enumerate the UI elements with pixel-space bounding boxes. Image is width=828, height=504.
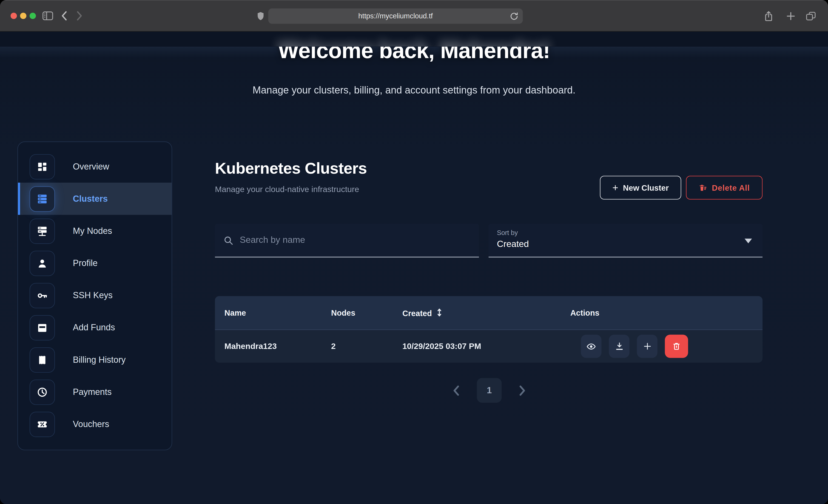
tab-overview-icon[interactable] bbox=[806, 0, 816, 32]
sidebar-item-payments[interactable]: Payments bbox=[18, 376, 172, 408]
column-header-created[interactable]: Created bbox=[402, 308, 570, 318]
download-kubeconfig-button[interactable] bbox=[609, 335, 629, 358]
receipt-icon bbox=[30, 347, 55, 372]
sidebar-toggle-icon[interactable] bbox=[42, 0, 53, 32]
search-field[interactable] bbox=[215, 224, 479, 257]
sidebar-item-label: SSH Keys bbox=[73, 290, 113, 300]
cluster-created-cell: 10/29/2025 03:07 PM bbox=[402, 342, 570, 351]
add-node-button[interactable] bbox=[637, 335, 658, 358]
sidebar: Overview Cluster bbox=[17, 141, 172, 450]
new-cluster-button[interactable]: + New Cluster bbox=[600, 176, 681, 199]
minimize-window-button[interactable] bbox=[20, 13, 27, 19]
cluster-name-cell: Mahendra123 bbox=[215, 342, 331, 351]
page-number-button[interactable]: 1 bbox=[477, 378, 502, 403]
browser-window: https://myceliumcloud.tf bbox=[0, 0, 828, 504]
sidebar-item-label: Clusters bbox=[73, 194, 108, 204]
delete-all-label: Delete All bbox=[712, 183, 750, 192]
row-actions bbox=[570, 335, 688, 358]
sidebar-item-profile[interactable]: Profile bbox=[18, 247, 172, 279]
ticket-percent-icon bbox=[30, 411, 55, 437]
clock-icon bbox=[30, 379, 55, 405]
server-stack-icon bbox=[30, 186, 55, 211]
search-input[interactable] bbox=[240, 235, 470, 246]
sidebar-item-label: Payments bbox=[73, 387, 112, 397]
sort-label: Sort by bbox=[497, 229, 754, 237]
table-header-row: Name Nodes Created Actions bbox=[215, 296, 762, 330]
page-title-ghost: Welcome back, Mahendra! bbox=[0, 37, 828, 47]
sidebar-item-label: Add Funds bbox=[73, 323, 115, 333]
search-icon bbox=[223, 235, 234, 245]
sidebar-item-overview[interactable]: Overview bbox=[18, 151, 172, 183]
next-page-button[interactable] bbox=[515, 381, 530, 401]
new-cluster-label: New Cluster bbox=[623, 183, 669, 192]
server-network-icon bbox=[30, 218, 55, 244]
sidebar-item-vouchers[interactable]: Vouchers bbox=[18, 408, 172, 440]
sidebar-item-billing-history[interactable]: Billing History bbox=[18, 344, 172, 376]
active-accent-bar bbox=[18, 183, 20, 215]
sort-value: Created bbox=[497, 239, 754, 250]
delete-cluster-button[interactable] bbox=[665, 335, 688, 358]
eye-icon bbox=[586, 341, 596, 351]
share-icon[interactable] bbox=[764, 0, 773, 32]
sidebar-item-label: Profile bbox=[73, 258, 97, 268]
pagination: 1 bbox=[215, 376, 762, 406]
table-row: Mahendra123 2 10/29/2025 03:07 PM bbox=[215, 330, 762, 363]
cluster-nodes-cell: 2 bbox=[331, 342, 402, 351]
sort-select[interactable]: Sort by Created bbox=[489, 224, 763, 257]
plus-icon: + bbox=[613, 183, 618, 193]
sidebar-item-label: Overview bbox=[73, 162, 109, 172]
screen: https://myceliumcloud.tf bbox=[0, 0, 828, 504]
forward-button[interactable] bbox=[76, 0, 83, 32]
trash-icon bbox=[672, 342, 681, 351]
sidebar-item-my-nodes[interactable]: My Nodes bbox=[18, 215, 172, 247]
url-text: https://myceliumcloud.tf bbox=[358, 12, 433, 20]
back-button[interactable] bbox=[61, 0, 68, 32]
dashboard-page: Welcome back, Mahendra! Welcome back, Ma… bbox=[0, 32, 828, 504]
clusters-section: Kubernetes Clusters Manage your cloud-na… bbox=[215, 32, 762, 504]
column-header-name: Name bbox=[215, 308, 331, 317]
sidebar-item-clusters[interactable]: Clusters bbox=[18, 183, 172, 215]
column-header-actions: Actions bbox=[570, 308, 599, 317]
privacy-shield-icon[interactable] bbox=[257, 0, 264, 32]
created-header-label: Created bbox=[402, 309, 432, 318]
dashboard-grid-icon bbox=[30, 154, 55, 179]
sidebar-item-label: Billing History bbox=[73, 355, 126, 365]
wallet-icon bbox=[30, 315, 55, 340]
new-tab-icon[interactable] bbox=[786, 0, 795, 32]
zoom-window-button[interactable] bbox=[30, 13, 36, 19]
sidebar-item-label: Vouchers bbox=[73, 419, 109, 429]
sidebar-item-add-funds[interactable]: Add Funds bbox=[18, 311, 172, 344]
browser-toolbar: https://myceliumcloud.tf bbox=[0, 0, 828, 32]
address-bar[interactable]: https://myceliumcloud.tf bbox=[268, 8, 523, 24]
sticky-header-band: Welcome back, Mahendra! bbox=[0, 32, 828, 46]
section-subtitle: Manage your cloud-native infrastructure bbox=[215, 185, 359, 194]
key-icon bbox=[30, 283, 55, 308]
person-icon bbox=[30, 250, 55, 276]
column-header-nodes: Nodes bbox=[331, 308, 402, 317]
section-title: Kubernetes Clusters bbox=[215, 159, 367, 177]
close-window-button[interactable] bbox=[10, 13, 17, 19]
clusters-table: Name Nodes Created Actions Mahendra123 2 bbox=[215, 296, 762, 363]
sidebar-item-label: My Nodes bbox=[73, 226, 112, 236]
trash-sweep-icon bbox=[699, 183, 707, 192]
chevron-down-icon bbox=[745, 239, 752, 244]
view-cluster-button[interactable] bbox=[581, 335, 602, 358]
delete-all-button[interactable]: Delete All bbox=[686, 176, 762, 199]
reload-icon[interactable] bbox=[510, 12, 518, 21]
sidebar-item-ssh-keys[interactable]: SSH Keys bbox=[18, 279, 172, 311]
plus-icon bbox=[642, 342, 652, 351]
previous-page-button[interactable] bbox=[448, 381, 463, 401]
sort-arrows-icon bbox=[436, 308, 443, 317]
download-icon bbox=[615, 342, 624, 351]
